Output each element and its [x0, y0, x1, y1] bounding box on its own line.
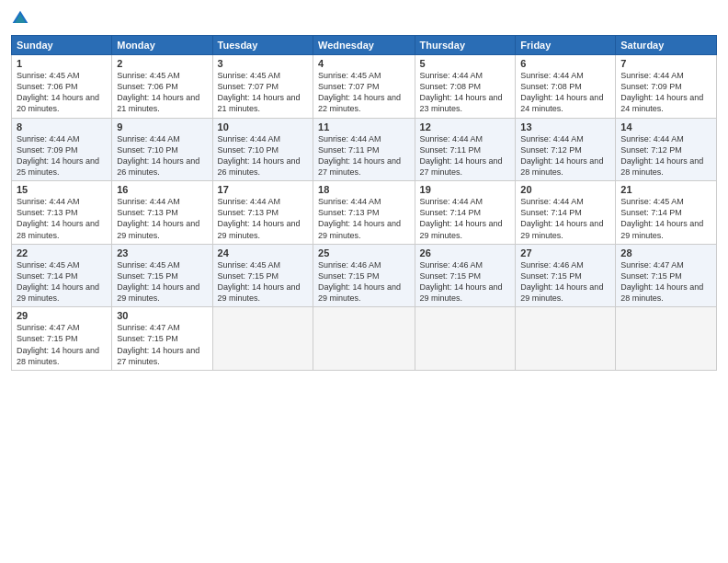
day-info: Sunrise: 4:45 AMSunset: 7:06 PMDaylight:…	[17, 71, 99, 113]
calendar-cell: 26 Sunrise: 4:46 AMSunset: 7:15 PMDaylig…	[415, 244, 516, 307]
day-number: 20	[520, 184, 610, 195]
calendar-cell: 14 Sunrise: 4:44 AMSunset: 7:12 PMDaylig…	[616, 118, 717, 181]
calendar-cell: 24 Sunrise: 4:45 AMSunset: 7:15 PMDaylig…	[212, 244, 313, 307]
calendar-week-5: 29 Sunrise: 4:47 AMSunset: 7:15 PMDaylig…	[12, 307, 717, 371]
day-info: Sunrise: 4:47 AMSunset: 7:15 PMDaylight:…	[17, 323, 99, 365]
day-info: Sunrise: 4:44 AMSunset: 7:13 PMDaylight:…	[218, 197, 301, 239]
header	[11, 9, 717, 28]
calendar-cell: 15 Sunrise: 4:44 AMSunset: 7:13 PMDaylig…	[12, 181, 112, 245]
day-number: 24	[218, 247, 308, 259]
day-info: Sunrise: 4:44 AMSunset: 7:10 PMDaylight:…	[117, 134, 199, 177]
calendar-cell	[212, 307, 313, 371]
calendar-cell: 16 Sunrise: 4:44 AMSunset: 7:13 PMDaylig…	[112, 181, 212, 245]
day-info: Sunrise: 4:46 AMSunset: 7:15 PMDaylight:…	[520, 260, 603, 303]
day-number: 16	[117, 184, 207, 195]
calendar-cell: 30 Sunrise: 4:47 AMSunset: 7:15 PMDaylig…	[112, 307, 212, 371]
day-number: 15	[17, 184, 107, 195]
calendar-cell: 9 Sunrise: 4:44 AMSunset: 7:10 PMDayligh…	[112, 118, 212, 181]
day-info: Sunrise: 4:44 AMSunset: 7:09 PMDaylight:…	[17, 134, 99, 177]
calendar-cell: 1 Sunrise: 4:45 AMSunset: 7:06 PMDayligh…	[12, 55, 112, 119]
day-number: 22	[17, 247, 107, 259]
day-number: 13	[520, 121, 610, 132]
calendar-header-wednesday: Wednesday	[313, 36, 415, 55]
day-info: Sunrise: 4:44 AMSunset: 7:10 PMDaylight:…	[218, 134, 301, 177]
day-info: Sunrise: 4:44 AMSunset: 7:14 PMDaylight:…	[420, 197, 503, 239]
day-number: 6	[520, 58, 610, 69]
day-number: 10	[218, 121, 308, 132]
calendar-cell: 19 Sunrise: 4:44 AMSunset: 7:14 PMDaylig…	[415, 181, 516, 245]
day-info: Sunrise: 4:44 AMSunset: 7:13 PMDaylight:…	[117, 197, 199, 239]
day-number: 12	[420, 121, 511, 132]
day-info: Sunrise: 4:45 AMSunset: 7:07 PMDaylight:…	[318, 71, 401, 113]
calendar-week-3: 15 Sunrise: 4:44 AMSunset: 7:13 PMDaylig…	[12, 181, 717, 245]
day-info: Sunrise: 4:45 AMSunset: 7:06 PMDaylight:…	[117, 71, 199, 113]
calendar-cell: 7 Sunrise: 4:44 AMSunset: 7:09 PMDayligh…	[616, 55, 717, 119]
day-number: 1	[17, 58, 107, 69]
day-number: 18	[318, 184, 410, 195]
day-info: Sunrise: 4:45 AMSunset: 7:14 PMDaylight:…	[17, 260, 99, 303]
calendar-body: 1 Sunrise: 4:45 AMSunset: 7:06 PMDayligh…	[12, 55, 717, 371]
day-info: Sunrise: 4:44 AMSunset: 7:13 PMDaylight:…	[318, 197, 401, 239]
day-number: 23	[117, 247, 207, 259]
day-info: Sunrise: 4:44 AMSunset: 7:12 PMDaylight:…	[520, 134, 603, 177]
day-info: Sunrise: 4:44 AMSunset: 7:11 PMDaylight:…	[318, 134, 401, 177]
calendar-cell	[313, 307, 415, 371]
day-info: Sunrise: 4:45 AMSunset: 7:15 PMDaylight:…	[117, 260, 199, 303]
day-number: 28	[620, 247, 711, 259]
day-number: 26	[420, 247, 511, 259]
day-info: Sunrise: 4:44 AMSunset: 7:13 PMDaylight:…	[17, 197, 99, 239]
calendar-cell: 27 Sunrise: 4:46 AMSunset: 7:15 PMDaylig…	[516, 244, 616, 307]
day-info: Sunrise: 4:44 AMSunset: 7:09 PMDaylight:…	[620, 71, 703, 113]
calendar-cell: 8 Sunrise: 4:44 AMSunset: 7:09 PMDayligh…	[12, 118, 112, 181]
day-number: 29	[17, 310, 107, 321]
day-number: 25	[318, 247, 410, 259]
day-number: 2	[117, 58, 207, 69]
calendar-cell	[415, 307, 516, 371]
calendar: SundayMondayTuesdayWednesdayThursdayFrid…	[11, 35, 717, 371]
day-number: 17	[218, 184, 308, 195]
day-number: 27	[520, 247, 610, 259]
day-number: 3	[218, 58, 308, 69]
calendar-cell: 29 Sunrise: 4:47 AMSunset: 7:15 PMDaylig…	[12, 307, 112, 371]
calendar-cell: 4 Sunrise: 4:45 AMSunset: 7:07 PMDayligh…	[313, 55, 415, 119]
calendar-header-row: SundayMondayTuesdayWednesdayThursdayFrid…	[12, 36, 717, 55]
calendar-cell: 17 Sunrise: 4:44 AMSunset: 7:13 PMDaylig…	[212, 181, 313, 245]
calendar-cell: 2 Sunrise: 4:45 AMSunset: 7:06 PMDayligh…	[112, 55, 212, 119]
calendar-header-saturday: Saturday	[616, 36, 717, 55]
day-info: Sunrise: 4:44 AMSunset: 7:08 PMDaylight:…	[520, 71, 603, 113]
calendar-cell: 3 Sunrise: 4:45 AMSunset: 7:07 PMDayligh…	[212, 55, 313, 119]
calendar-cell: 22 Sunrise: 4:45 AMSunset: 7:14 PMDaylig…	[12, 244, 112, 307]
day-info: Sunrise: 4:44 AMSunset: 7:11 PMDaylight:…	[420, 134, 503, 177]
logo	[11, 9, 33, 28]
calendar-cell: 28 Sunrise: 4:47 AMSunset: 7:15 PMDaylig…	[616, 244, 717, 307]
day-number: 4	[318, 58, 410, 69]
day-info: Sunrise: 4:45 AMSunset: 7:14 PMDaylight:…	[620, 197, 703, 239]
page: SundayMondayTuesdayWednesdayThursdayFrid…	[0, 0, 728, 563]
calendar-header-thursday: Thursday	[415, 36, 516, 55]
day-number: 30	[117, 310, 207, 321]
calendar-header-sunday: Sunday	[12, 36, 112, 55]
day-number: 21	[620, 184, 711, 195]
day-number: 19	[420, 184, 511, 195]
day-info: Sunrise: 4:44 AMSunset: 7:12 PMDaylight:…	[620, 134, 703, 177]
day-info: Sunrise: 4:46 AMSunset: 7:15 PMDaylight:…	[420, 260, 503, 303]
day-info: Sunrise: 4:47 AMSunset: 7:15 PMDaylight:…	[620, 260, 703, 303]
day-info: Sunrise: 4:44 AMSunset: 7:08 PMDaylight:…	[420, 71, 503, 113]
day-info: Sunrise: 4:46 AMSunset: 7:15 PMDaylight:…	[318, 260, 401, 303]
calendar-week-4: 22 Sunrise: 4:45 AMSunset: 7:14 PMDaylig…	[12, 244, 717, 307]
calendar-cell: 18 Sunrise: 4:44 AMSunset: 7:13 PMDaylig…	[313, 181, 415, 245]
calendar-cell: 12 Sunrise: 4:44 AMSunset: 7:11 PMDaylig…	[415, 118, 516, 181]
day-number: 14	[620, 121, 711, 132]
day-number: 11	[318, 121, 410, 132]
calendar-cell	[616, 307, 717, 371]
day-number: 7	[620, 58, 711, 69]
day-number: 5	[420, 58, 511, 69]
calendar-header-monday: Monday	[112, 36, 212, 55]
calendar-cell: 5 Sunrise: 4:44 AMSunset: 7:08 PMDayligh…	[415, 55, 516, 119]
calendar-header-tuesday: Tuesday	[212, 36, 313, 55]
calendar-header-friday: Friday	[516, 36, 616, 55]
logo-icon	[11, 9, 29, 28]
day-number: 8	[17, 121, 107, 132]
day-number: 9	[117, 121, 207, 132]
calendar-cell: 13 Sunrise: 4:44 AMSunset: 7:12 PMDaylig…	[516, 118, 616, 181]
